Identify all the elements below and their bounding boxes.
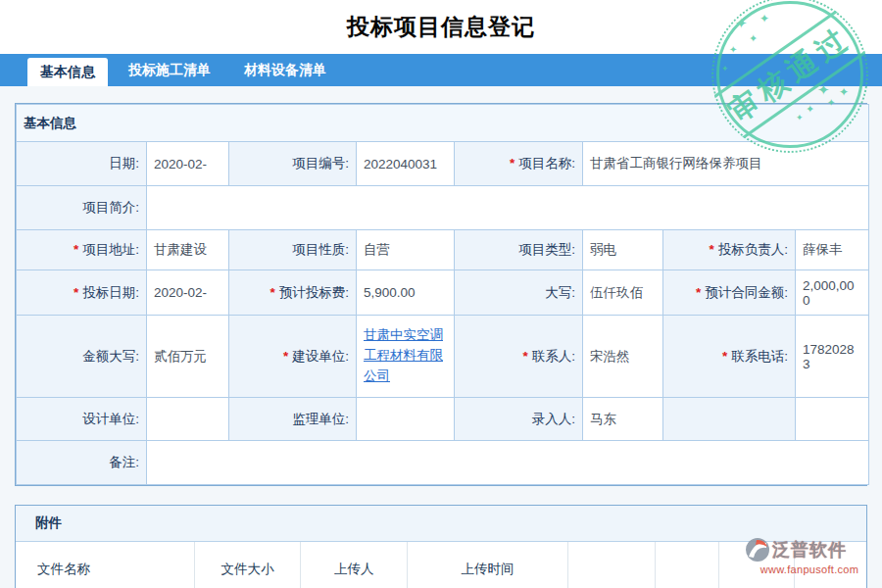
field-phone-label: *联系电话: — [663, 316, 796, 398]
field-bid-leader-value: 薛保丰 — [796, 230, 869, 270]
field-design-unit-label: 设计单位: — [17, 398, 147, 441]
field-phone-value: 17820283 — [796, 316, 869, 398]
section-header-attachments: 附件 — [16, 506, 866, 542]
fanpu-watermark: 泛普软件 www.fanpusoft.com — [745, 537, 874, 575]
field-builder-unit-label: *建设单位: — [229, 316, 357, 398]
col-empty-1 — [568, 542, 656, 588]
basic-info-table-frame: 基本信息 日期: 2020-02- 项目编号: 2022040031 *项目名称… — [15, 103, 867, 486]
required-marker: * — [74, 285, 78, 300]
tab-bid-construction-list[interactable]: 投标施工清单 — [112, 54, 227, 86]
field-project-code-value: 2022040031 — [357, 142, 455, 186]
field-project-intro-value — [147, 186, 869, 230]
required-marker: * — [709, 242, 713, 257]
required-marker: * — [74, 242, 78, 257]
fanpu-logo-icon — [745, 537, 770, 563]
attachments-table-header: 文件名称 文件大小 上传人 上传时间 — [16, 542, 866, 588]
field-bid-fee-label: *预计投标费: — [229, 270, 357, 316]
tab-material-equipment-list[interactable]: 材料设备清单 — [227, 54, 343, 86]
field-builder-unit-value: 甘肃中实空调工程材料有限公司 — [357, 316, 455, 398]
field-empty-label — [663, 398, 796, 441]
col-empty-2 — [656, 542, 720, 588]
required-marker: * — [722, 349, 727, 364]
field-project-code-label: 项目编号: — [229, 142, 357, 186]
field-date-label: 日期: — [17, 142, 147, 186]
builder-unit-link[interactable]: 甘肃中实空调工程材料有限公司 — [364, 327, 443, 383]
field-entry-person-value: 马东 — [583, 398, 663, 441]
field-project-address-value: 甘肃建设 — [147, 230, 229, 270]
required-marker: * — [283, 349, 288, 364]
col-upload-time: 上传时间 — [408, 542, 568, 588]
field-remark-value — [147, 441, 869, 485]
required-marker: * — [510, 156, 514, 171]
field-project-nature-label: 项目性质: — [229, 230, 357, 270]
field-contact-value: 宋浩然 — [583, 316, 663, 398]
col-uploader: 上传人 — [301, 542, 408, 588]
page-title: 投标项目信息登记 — [347, 12, 535, 42]
field-project-address-label: *项目地址: — [17, 230, 147, 270]
field-bid-date-label: *投标日期: — [17, 270, 147, 316]
field-contract-amount-value: 2,000,000 — [796, 270, 869, 316]
field-empty-value — [796, 398, 869, 441]
field-amount-caps-label: 金额大写: — [17, 316, 147, 398]
basic-info-table: 基本信息 日期: 2020-02- 项目编号: 2022040031 *项目名称… — [16, 104, 869, 485]
field-project-nature-value: 自营 — [357, 230, 455, 270]
field-bid-date-value: 2020-02- — [147, 270, 229, 316]
tab-basic-info[interactable]: 基本信息 — [27, 58, 108, 86]
field-remark-label: 备注: — [17, 441, 147, 485]
field-caps-value: 伍仟玖佰 — [583, 270, 663, 316]
field-project-name-value: 甘肃省工商银行网络保养项目 — [583, 142, 869, 186]
field-project-type-value: 弱电 — [583, 230, 663, 270]
col-file-size: 文件大小 — [195, 542, 302, 588]
tab-bar: 基本信息 投标施工清单 材料设备清单 — [0, 54, 882, 86]
brand-name: 泛普软件 — [772, 538, 847, 562]
field-project-intro-label: 项目简介: — [17, 186, 147, 230]
section-header-basic-info: 基本信息 — [17, 105, 869, 142]
field-project-type-label: 项目类型: — [455, 230, 583, 270]
field-caps-label: 大写: — [455, 270, 583, 316]
attachments-section: 附件 文件名称 文件大小 上传人 上传时间 — [15, 505, 867, 588]
field-date-value: 2020-02- — [147, 142, 229, 186]
col-file-name: 文件名称 — [16, 542, 195, 588]
title-bar: 投标项目信息登记 — [0, 0, 882, 54]
field-project-name-label: *项目名称: — [455, 142, 583, 186]
brand-url: www.fanpusoft.com — [745, 564, 874, 575]
field-bid-fee-value: 5,900.00 — [357, 270, 455, 316]
content-panel: 基本信息 日期: 2020-02- 项目编号: 2022040031 *项目名称… — [0, 86, 882, 588]
field-contact-label: *联系人: — [455, 316, 583, 398]
required-marker: * — [270, 285, 274, 300]
field-supervisor-unit-label: 监理单位: — [229, 398, 357, 441]
field-bid-leader-label: *投标负责人: — [663, 230, 796, 270]
required-marker: * — [522, 349, 527, 364]
required-marker: * — [696, 285, 701, 300]
field-supervisor-unit-value — [357, 398, 455, 441]
field-entry-person-label: 录入人: — [455, 398, 583, 441]
field-design-unit-value — [147, 398, 229, 441]
field-contract-amount-label: *预计合同金额: — [663, 270, 796, 316]
field-amount-caps-value: 贰佰万元 — [147, 316, 229, 398]
